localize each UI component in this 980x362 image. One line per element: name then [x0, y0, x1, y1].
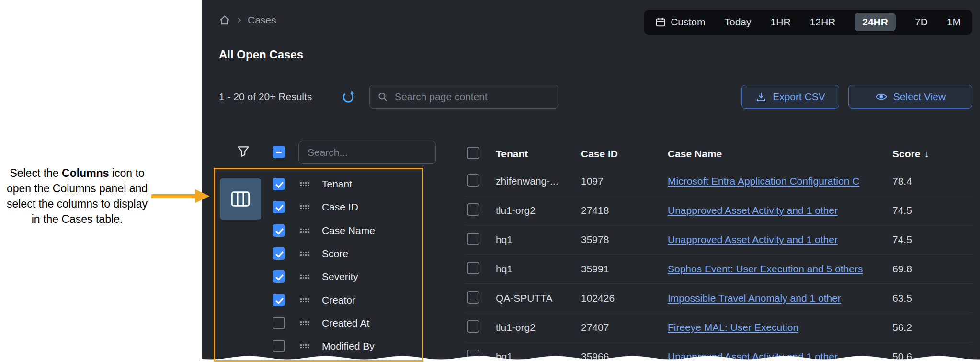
- row-checkbox[interactable]: [467, 262, 479, 274]
- time-option-custom[interactable]: Custom: [655, 16, 705, 28]
- header-score[interactable]: Score↓: [892, 148, 972, 160]
- column-label: Case ID: [322, 201, 358, 213]
- cell-score: 78.4: [892, 175, 972, 187]
- time-range-bar: Custom Today 1HR 12HR 24HR 7D 1M: [644, 10, 972, 35]
- export-csv-button[interactable]: Export CSV: [741, 85, 839, 109]
- row-checkbox[interactable]: [467, 291, 479, 304]
- column-label: Creator: [322, 294, 355, 306]
- search-icon: [377, 92, 388, 102]
- columns-search-input[interactable]: [307, 146, 428, 159]
- row-checkbox[interactable]: [467, 350, 479, 362]
- header-tenant[interactable]: Tenant: [496, 148, 581, 160]
- cell-tenant: hq1: [496, 263, 581, 275]
- column-toggle-row[interactable]: Modified By: [273, 335, 375, 358]
- cell-score: 63.5: [892, 292, 972, 304]
- time-option-7d[interactable]: 7D: [915, 16, 928, 28]
- column-toggle-row[interactable]: Creator: [273, 288, 375, 311]
- column-label: Created At: [322, 317, 369, 329]
- app-window: Cases Custom Today 1HR 12HR 24HR 7D 1M A…: [202, 0, 980, 362]
- refresh-icon[interactable]: [342, 90, 355, 104]
- row-checkbox[interactable]: [467, 203, 479, 216]
- cell-case-id: 1097: [581, 175, 668, 187]
- column-checkbox[interactable]: [273, 247, 285, 260]
- drag-handle-icon[interactable]: [300, 274, 309, 279]
- column-toggle-row[interactable]: Case Name: [273, 219, 375, 242]
- sort-desc-icon[interactable]: ↓: [924, 148, 929, 159]
- case-name-link[interactable]: Microsoft Entra Application Configuratio…: [668, 175, 859, 187]
- row-checkbox[interactable]: [467, 320, 479, 333]
- filter-icon[interactable]: [236, 144, 251, 158]
- download-icon: [755, 91, 767, 103]
- row-checkbox[interactable]: [467, 233, 479, 245]
- breadcrumb-cases[interactable]: Cases: [248, 14, 276, 26]
- annotation-arrow-icon: [151, 188, 210, 204]
- columns-icon-button[interactable]: [220, 178, 261, 220]
- column-toggle-row[interactable]: Score: [273, 242, 375, 265]
- table-row: tlu1-org2 27418 Unapproved Asset Activit…: [465, 196, 972, 225]
- time-option-24hr[interactable]: 24HR: [855, 13, 896, 31]
- cell-score: 56.2: [892, 322, 972, 333]
- column-toggle-row[interactable]: Created At: [273, 312, 375, 335]
- cell-tenant: tlu1-org2: [496, 322, 581, 333]
- time-option-12hr[interactable]: 12HR: [810, 16, 836, 28]
- header-case-name[interactable]: Case Name: [668, 148, 892, 160]
- drag-handle-icon[interactable]: [300, 321, 309, 326]
- columns-search: [298, 141, 436, 164]
- table-row: hq1 35978 Unapproved Asset Activity and …: [465, 225, 972, 255]
- case-name-link[interactable]: Unapproved Asset Activity and 1 other: [668, 351, 838, 362]
- case-name-link[interactable]: Impossible Travel Anomaly and 1 other: [668, 292, 841, 304]
- column-checkbox[interactable]: [273, 340, 285, 352]
- select-all-rows-checkbox[interactable]: [467, 147, 479, 159]
- screen: Select the Columns icon to open the Colu…: [0, 0, 980, 362]
- columns-panel-list: Tenant Case ID Case Name Score Severity: [273, 173, 375, 358]
- column-checkbox[interactable]: [273, 270, 285, 283]
- drag-handle-icon[interactable]: [300, 205, 309, 210]
- drag-handle-icon[interactable]: [300, 228, 309, 233]
- table-row: hq1 35966 Unapproved Asset Activity and …: [465, 342, 972, 362]
- cell-tenant: tlu1-org2: [496, 205, 581, 216]
- cell-score: 50.6: [892, 351, 972, 362]
- results-count: 1 - 20 of 20+ Results: [219, 85, 312, 109]
- cell-case-id: 27407: [581, 322, 668, 333]
- cell-score: 74.5: [892, 205, 972, 216]
- column-checkbox[interactable]: [273, 178, 285, 190]
- column-checkbox[interactable]: [273, 294, 285, 306]
- column-label: Modified By: [322, 340, 375, 352]
- cell-tenant: QA-SPUTTA: [496, 292, 581, 304]
- column-label: Tenant: [322, 178, 352, 190]
- column-toggle-row[interactable]: Tenant: [273, 173, 375, 196]
- column-label: Score: [322, 248, 348, 259]
- drag-handle-icon[interactable]: [300, 298, 309, 303]
- row-checkbox[interactable]: [467, 174, 479, 187]
- drag-handle-icon[interactable]: [300, 251, 309, 256]
- case-name-link[interactable]: Fireeye MAL: User Execution: [668, 322, 798, 333]
- case-name-link[interactable]: Sophos Event: User Execution and 5 other…: [668, 263, 863, 274]
- cell-case-id: 35966: [581, 351, 668, 362]
- select-view-button[interactable]: Select View: [848, 85, 972, 109]
- column-toggle-row[interactable]: Case ID: [273, 196, 375, 219]
- cases-table: Tenant Case ID Case Name Score↓ zhifenwa…: [465, 141, 972, 362]
- page-search-input[interactable]: [394, 91, 550, 103]
- cell-score: 69.8: [892, 263, 972, 275]
- chevron-right-icon: [235, 16, 243, 24]
- drag-handle-icon[interactable]: [300, 182, 309, 187]
- home-icon[interactable]: [219, 14, 230, 26]
- columns-icon: [230, 188, 251, 210]
- eye-icon: [875, 91, 888, 103]
- column-checkbox[interactable]: [273, 317, 285, 329]
- cell-tenant: hq1: [496, 234, 581, 245]
- header-case-id[interactable]: Case ID: [581, 148, 668, 160]
- column-checkbox[interactable]: [273, 224, 285, 237]
- cell-case-id: 27418: [581, 205, 668, 216]
- drag-handle-icon[interactable]: [300, 344, 309, 349]
- time-option-1hr[interactable]: 1HR: [771, 16, 791, 28]
- cell-score: 74.5: [892, 234, 972, 245]
- column-toggle-row[interactable]: Severity: [273, 265, 375, 288]
- column-checkbox[interactable]: [273, 201, 285, 213]
- cell-case-id: 102426: [581, 292, 668, 304]
- time-option-today[interactable]: Today: [724, 16, 751, 28]
- case-name-link[interactable]: Unapproved Asset Activity and 1 other: [668, 234, 838, 245]
- select-all-columns-checkbox[interactable]: [273, 146, 285, 158]
- case-name-link[interactable]: Unapproved Asset Activity and 1 other: [668, 205, 838, 216]
- time-option-1m[interactable]: 1M: [947, 16, 961, 28]
